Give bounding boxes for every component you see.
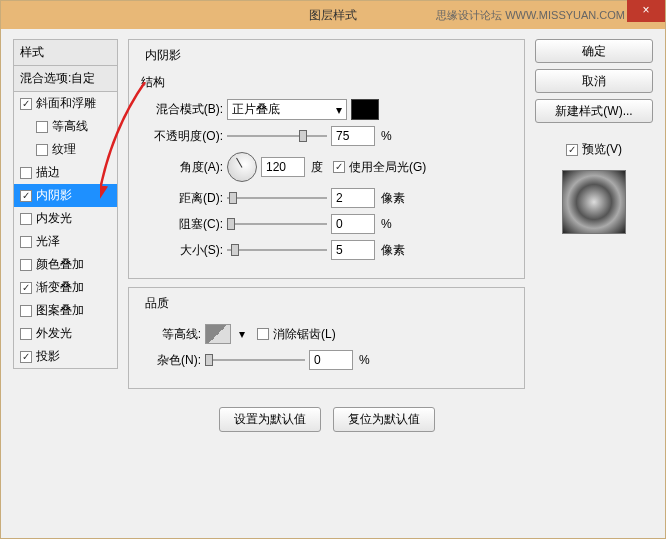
checkbox[interactable] [20,167,32,179]
choke-label: 阻塞(C): [141,216,223,233]
opacity-unit: % [381,129,392,143]
global-light-label: 使用全局光(G) [349,159,426,176]
angle-dial[interactable] [227,152,257,182]
settings-group: 内阴影 结构 混合模式(B): 正片叠底▾ 不透明度(O): 75 % 角度(A… [128,39,525,279]
checkbox[interactable] [20,259,32,271]
style-item-inner-glow[interactable]: 内发光 [14,207,117,230]
checkbox[interactable] [20,282,32,294]
size-input[interactable]: 5 [331,240,375,260]
style-item-outer-glow[interactable]: 外发光 [14,322,117,345]
opacity-row: 不透明度(O): 75 % [141,126,512,146]
preview-area: 预览(V) [535,135,653,234]
contour-picker[interactable] [205,324,231,344]
preview-label: 预览(V) [582,141,622,158]
angle-unit: 度 [311,159,323,176]
style-item-gradient-overlay[interactable]: 渐变叠加 [14,276,117,299]
noise-input[interactable]: 0 [309,350,353,370]
default-buttons-row: 设置为默认值 复位为默认值 [128,407,525,432]
watermark: 思缘设计论坛 WWW.MISSYUAN.COM [436,8,625,23]
size-label: 大小(S): [141,242,223,259]
title-bar: 图层样式 思缘设计论坛 WWW.MISSYUAN.COM × [1,1,665,29]
style-item-texture[interactable]: 纹理 [14,138,117,161]
checkbox[interactable] [20,305,32,317]
blend-mode-dropdown[interactable]: 正片叠底▾ [227,99,347,120]
contour-row: 等高线: ▾ 消除锯齿(L) [141,324,512,344]
distance-slider[interactable] [227,190,327,206]
style-item-bevel[interactable]: 斜面和浮雕 [14,92,117,115]
angle-label: 角度(A): [141,159,223,176]
angle-row: 角度(A): 120 度 使用全局光(G) [141,152,512,182]
dialog-title: 图层样式 [309,7,357,24]
contour-label: 等高线: [141,326,201,343]
size-unit: 像素 [381,242,405,259]
opacity-label: 不透明度(O): [141,128,223,145]
size-slider[interactable] [227,242,327,258]
opacity-slider[interactable] [227,128,327,144]
checkbox[interactable] [36,144,48,156]
new-style-button[interactable]: 新建样式(W)... [535,99,653,123]
antialias-checkbox[interactable] [257,328,269,340]
distance-label: 距离(D): [141,190,223,207]
style-item-inner-shadow[interactable]: 内阴影 [14,184,117,207]
set-default-button[interactable]: 设置为默认值 [219,407,321,432]
distance-unit: 像素 [381,190,405,207]
close-button[interactable]: × [627,0,665,22]
settings-panel: 内阴影 结构 混合模式(B): 正片叠底▾ 不透明度(O): 75 % 角度(A… [128,39,525,528]
style-item-drop-shadow[interactable]: 投影 [14,345,117,368]
choke-input[interactable]: 0 [331,214,375,234]
opacity-input[interactable]: 75 [331,126,375,146]
choke-unit: % [381,217,392,231]
ok-button[interactable]: 确定 [535,39,653,63]
checkbox[interactable] [20,213,32,225]
structure-section-label: 结构 [141,74,512,91]
size-row: 大小(S): 5 像素 [141,240,512,260]
checkbox[interactable] [20,328,32,340]
blend-options-row[interactable]: 混合选项:自定 [13,66,118,92]
style-item-color-overlay[interactable]: 颜色叠加 [14,253,117,276]
global-light-checkbox[interactable] [333,161,345,173]
checkbox[interactable] [36,121,48,133]
chevron-down-icon: ▾ [336,103,342,117]
quality-group: 品质 等高线: ▾ 消除锯齿(L) 杂色(N): 0 % [128,287,525,389]
checkbox[interactable] [20,98,32,110]
dialog-body: 样式 混合选项:自定 斜面和浮雕 等高线 纹理 描边 内阴影 内发光 光泽 颜色… [1,29,665,538]
distance-row: 距离(D): 2 像素 [141,188,512,208]
dialog-window: 图层样式 思缘设计论坛 WWW.MISSYUAN.COM × 样式 混合选项:自… [0,0,666,539]
action-panel: 确定 取消 新建样式(W)... 预览(V) [535,39,653,528]
style-list: 斜面和浮雕 等高线 纹理 描边 内阴影 内发光 光泽 颜色叠加 渐变叠加 图案叠… [13,92,118,369]
blend-mode-row: 混合模式(B): 正片叠底▾ [141,99,512,120]
panel-title: 内阴影 [141,47,185,64]
noise-unit: % [359,353,370,367]
style-list-panel: 样式 混合选项:自定 斜面和浮雕 等高线 纹理 描边 内阴影 内发光 光泽 颜色… [13,39,118,528]
distance-input[interactable]: 2 [331,188,375,208]
preview-image [562,170,626,234]
choke-row: 阻塞(C): 0 % [141,214,512,234]
choke-slider[interactable] [227,216,327,232]
checkbox[interactable] [20,351,32,363]
quality-section-label: 品质 [141,295,173,312]
blend-mode-label: 混合模式(B): [141,101,223,118]
style-item-pattern-overlay[interactable]: 图案叠加 [14,299,117,322]
noise-row: 杂色(N): 0 % [141,350,512,370]
angle-input[interactable]: 120 [261,157,305,177]
style-item-stroke[interactable]: 描边 [14,161,117,184]
color-swatch[interactable] [351,99,379,120]
preview-checkbox[interactable] [566,144,578,156]
style-item-contour[interactable]: 等高线 [14,115,117,138]
noise-label: 杂色(N): [141,352,201,369]
antialias-label: 消除锯齿(L) [273,326,336,343]
cancel-button[interactable]: 取消 [535,69,653,93]
checkbox[interactable] [20,236,32,248]
style-list-header: 样式 [13,39,118,66]
checkbox[interactable] [20,190,32,202]
noise-slider[interactable] [205,352,305,368]
reset-default-button[interactable]: 复位为默认值 [333,407,435,432]
style-item-satin[interactable]: 光泽 [14,230,117,253]
